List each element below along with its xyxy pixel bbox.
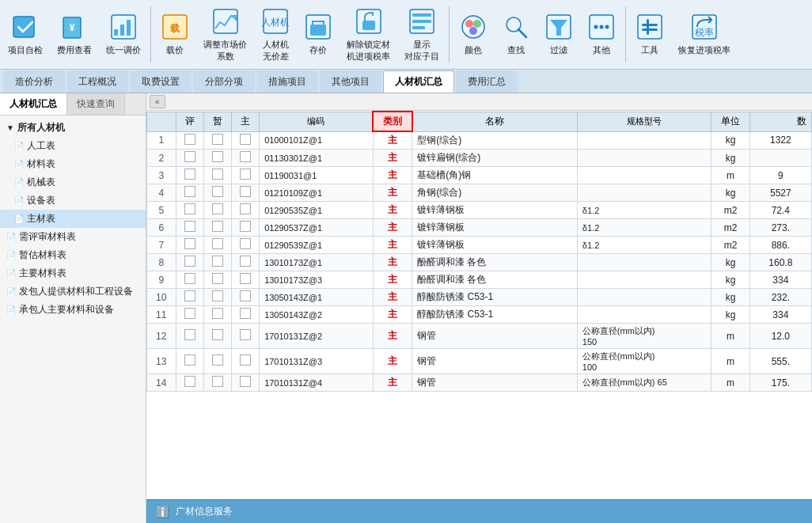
toolbar-tools[interactable]: 工具 — [629, 3, 670, 66]
table-cell-check[interactable] — [231, 150, 259, 167]
table-cell-check[interactable] — [176, 150, 203, 167]
table-cell-check[interactable] — [231, 289, 259, 306]
checkbox[interactable] — [240, 329, 251, 340]
toolbar-unified-price[interactable]: 统一调价 — [100, 3, 147, 66]
checkbox[interactable] — [240, 203, 251, 214]
tree-all-lmm[interactable]: ▼ 所有人材机 — [0, 119, 146, 137]
tab-fee-summary[interactable]: 费用汇总 — [456, 70, 518, 93]
info-bar[interactable]: ℹ️ 广材信息服务 — [146, 499, 812, 523]
checkbox[interactable] — [240, 238, 251, 249]
table-cell-check[interactable] — [231, 254, 259, 271]
table-cell-check[interactable] — [176, 306, 203, 324]
checkbox[interactable] — [212, 238, 223, 249]
tab-cost-analysis[interactable]: 造价分析 — [3, 70, 65, 93]
table-container[interactable]: 评 暂 主 编码 类别 名称 规格型号 单位 数 101000101Z@1主型钢… — [146, 111, 812, 499]
table-cell-check[interactable] — [176, 324, 203, 349]
table-cell-check[interactable] — [231, 271, 259, 289]
toolbar-show-sub[interactable]: 显示 对应子目 — [398, 3, 446, 66]
table-cell-check[interactable] — [176, 374, 203, 392]
table-cell-check[interactable] — [203, 150, 231, 167]
table-cell-check[interactable] — [203, 324, 231, 349]
checkbox[interactable] — [184, 308, 195, 319]
tab-measures[interactable]: 措施项目 — [256, 70, 318, 93]
table-cell-check[interactable] — [176, 202, 203, 219]
checkbox[interactable] — [240, 169, 251, 180]
toolbar-rate[interactable]: 载 载价 — [154, 3, 195, 66]
table-cell-check[interactable] — [176, 254, 203, 271]
table-cell-check[interactable] — [231, 306, 259, 324]
checkbox[interactable] — [212, 376, 223, 387]
tree-machine[interactable]: 📄 机械表 — [0, 173, 146, 191]
table-row[interactable]: 201130301Z@1主镀锌扁钢(综合)kg — [147, 150, 812, 167]
table-cell-check[interactable] — [231, 131, 259, 150]
checkbox[interactable] — [240, 308, 251, 319]
checkbox[interactable] — [184, 169, 195, 180]
checkbox[interactable] — [212, 221, 223, 232]
checkbox[interactable] — [212, 329, 223, 340]
checkbox[interactable] — [240, 376, 251, 387]
tree-material[interactable]: 📄 材料表 — [0, 155, 146, 173]
table-row[interactable]: 501290535Z@1主镀锌薄钢板δ1.2m272.4 — [147, 202, 812, 219]
table-cell-check[interactable] — [176, 271, 203, 289]
tree-contractor-material[interactable]: 📄 承包人主要材料和设备 — [0, 301, 146, 319]
table-cell-check[interactable] — [203, 219, 231, 237]
table-cell-check[interactable] — [203, 131, 231, 150]
table-cell-check[interactable] — [203, 254, 231, 271]
checkbox[interactable] — [212, 169, 223, 180]
checkbox[interactable] — [184, 290, 195, 301]
table-row[interactable]: 1013050143Z@1主醇酸防锈漆 C53-1kg232. — [147, 289, 812, 306]
table-cell-check[interactable] — [176, 237, 203, 254]
checkbox[interactable] — [240, 151, 251, 162]
table-cell-check[interactable] — [203, 349, 231, 374]
checkbox[interactable] — [212, 308, 223, 319]
table-cell-check[interactable] — [203, 374, 231, 392]
table-cell-check[interactable] — [231, 184, 259, 202]
toolbar-unlock-fixed[interactable]: 解除锁定材 机进项税率 — [340, 3, 397, 66]
checkbox[interactable] — [184, 256, 195, 267]
toolbar-find[interactable]: 查找 — [495, 3, 537, 66]
table-cell-check[interactable] — [203, 202, 231, 219]
table-row[interactable]: 1217010131Z@2主钢管公称直径(mm以内) 150m12.0 — [147, 324, 812, 349]
table-cell-check[interactable] — [176, 167, 203, 184]
checkbox[interactable] — [184, 203, 195, 214]
table-row[interactable]: 1113050143Z@2主醇酸防锈漆 C53-1kg334 — [147, 306, 812, 324]
table-cell-check[interactable] — [203, 306, 231, 324]
table-row[interactable]: 913010173Z@3主酚醛调和漆 各色kg334 — [147, 271, 812, 289]
checkbox[interactable] — [212, 134, 223, 145]
checkbox[interactable] — [184, 376, 195, 387]
table-cell-check[interactable] — [176, 184, 203, 202]
checkbox[interactable] — [240, 134, 251, 145]
tree-review-material[interactable]: 📄 需评审材料表 — [0, 228, 146, 246]
tree-estimate-material[interactable]: 📄 暂估材料表 — [0, 246, 146, 264]
tab-project-overview[interactable]: 工程概况 — [66, 70, 128, 93]
checkbox[interactable] — [212, 354, 223, 366]
table-cell-check[interactable] — [203, 237, 231, 254]
table-cell-check[interactable] — [231, 167, 259, 184]
table-row[interactable]: 1317010131Z@3主钢管公称直径(mm以内) 100m555. — [147, 349, 812, 374]
table-cell-check[interactable] — [231, 349, 259, 374]
checkbox[interactable] — [212, 290, 223, 301]
table-row[interactable]: 101000101Z@1主型钢(综合)kg1322 — [147, 131, 812, 150]
checkbox[interactable] — [212, 203, 223, 214]
toolbar-restore-tax[interactable]: 税率 恢复进项税率 — [672, 3, 737, 66]
table-cell-check[interactable] — [176, 349, 203, 374]
tree-owner-material[interactable]: 📄 发包人提供材料和工程设备 — [0, 282, 146, 301]
table-cell-check[interactable] — [176, 131, 203, 150]
table-row[interactable]: 1417010131Z@4主钢管公称直径(mm以内) 65m175. — [147, 374, 812, 392]
tab-section[interactable]: 分部分项 — [193, 70, 255, 93]
toolbar-fee-check[interactable]: ¥ 费用查看 — [51, 3, 98, 66]
toolbar-color[interactable]: 颜色 — [453, 3, 494, 66]
checkbox[interactable] — [184, 151, 195, 162]
checkbox[interactable] — [212, 151, 223, 162]
toolbar-self-check[interactable]: 项目自检 — [2, 3, 49, 66]
table-row[interactable]: 401210109Z@1主角钢(综合)kg5527 — [147, 184, 812, 202]
table-cell-check[interactable] — [203, 289, 231, 306]
table-cell-check[interactable] — [203, 167, 231, 184]
checkbox[interactable] — [240, 273, 251, 284]
checkbox[interactable] — [184, 221, 195, 232]
checkbox[interactable] — [240, 354, 251, 366]
checkbox[interactable] — [184, 186, 195, 197]
checkbox[interactable] — [212, 273, 223, 284]
table-row[interactable]: 301190031@1主基础槽(角)钢m9 — [147, 167, 812, 184]
tree-labor[interactable]: 📄 人工表 — [0, 137, 146, 155]
